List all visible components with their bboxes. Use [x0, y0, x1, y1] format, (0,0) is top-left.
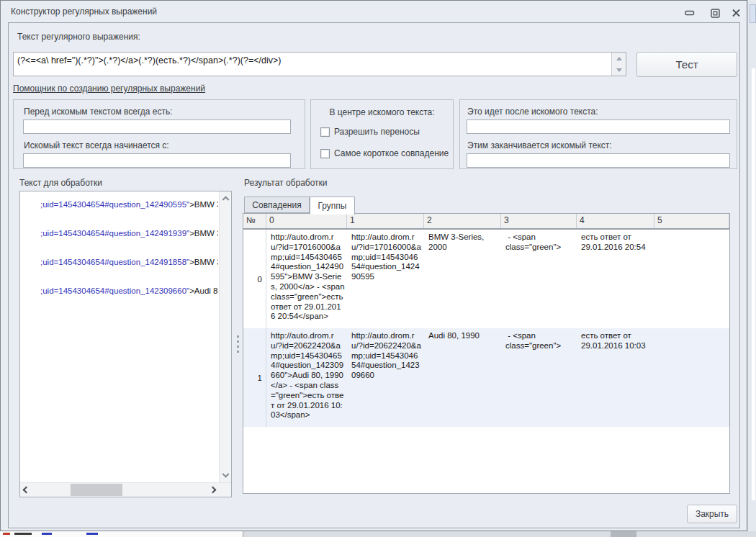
column-header-5[interactable]: 5 [654, 214, 729, 228]
helper-center-groupbox: В центре искомого текста: Разрешить пере… [310, 99, 454, 169]
cell-group-0: http://auto.drom.ru/?id=17016000&amp;uid… [266, 230, 347, 328]
close-window-button[interactable] [726, 7, 745, 19]
regex-spinner [611, 53, 626, 76]
column-header-3[interactable]: 3 [501, 214, 577, 228]
close-button[interactable]: Закрыть [687, 505, 737, 523]
scroll-left-button[interactable] [20, 483, 32, 497]
vertical-scrollbar[interactable] [219, 191, 231, 482]
table-header-row: № 0 1 2 3 4 5 [243, 214, 729, 230]
scroll-right-button[interactable] [207, 483, 219, 497]
chevron-down-icon [222, 471, 230, 478]
column-header-2[interactable]: 2 [424, 214, 501, 228]
arrow-down-icon [616, 68, 622, 72]
chevron-right-icon [210, 487, 217, 494]
source-line-url: ;uid=1454304654#question_142491858" [40, 258, 189, 266]
tab-groups[interactable]: Группы [310, 197, 355, 215]
cell-group-5 [654, 328, 729, 427]
client-area: Текст регулярного выражения: (?<=<a\ hre… [8, 22, 740, 528]
source-line: ;uid=1454304654#question_142491939">BMW … [21, 227, 218, 256]
cell-group-0: http://auto.drom.ru/?id=20622420&amp;uid… [266, 328, 347, 427]
source-line: ;uid=1454304654#question_142491858">BMW … [21, 256, 218, 284]
scroll-up-button[interactable] [220, 191, 232, 204]
test-button[interactable]: Тест [636, 52, 737, 77]
minimize-icon [685, 9, 695, 17]
shortest-match-checkbox-row: Самое короткое совпадение [320, 148, 449, 158]
helper-link[interactable]: Помощник по созданию регулярных выражени… [13, 84, 205, 94]
background-window-fragment [750, 4, 756, 23]
column-header-4[interactable]: 4 [577, 214, 654, 228]
allow-wraps-checkbox-row: Разрешить переносы [320, 127, 420, 137]
source-text-panel: ;uid=1454304654#question_142490595">BMW … [19, 191, 232, 497]
result-label: Результат обработки [244, 178, 328, 188]
splitter-grip-dot [237, 335, 239, 338]
after-text-input[interactable] [467, 119, 730, 134]
source-line-url: ;uid=1454304654#question_142491939" [40, 229, 189, 238]
background-window-bottom-strip [0, 531, 756, 537]
close-icon [732, 9, 741, 17]
regex-input[interactable]: (?<=<a\ href=")(.*?)">(.*?)</a>(.*?)(ест… [13, 52, 626, 76]
regex-label: Текст регулярного выражения: [17, 32, 140, 42]
groups-table: № 0 1 2 3 4 5 0 http://auto.drom.ru/?id=… [243, 213, 730, 494]
helper-after-groupbox: Это идет после искомого текста: Этим зак… [459, 99, 737, 169]
cell-group-4: есть ответ от 29.01.2016 20:54 [577, 230, 654, 328]
background-window-fragment [0, 531, 243, 537]
maximize-icon [711, 9, 720, 18]
cell-group-3: - <span class="green"> [501, 328, 577, 427]
background-text-fragment [3, 533, 10, 535]
title-bar[interactable]: Конструктор регулярных выражений [1, 1, 747, 22]
starts-with-input[interactable] [23, 153, 291, 168]
ends-with-label: Этим заканчивается искомый текст: [467, 140, 612, 150]
regex-value: (?<=<a\ href=")(.*?)">(.*?)</a>(.*?)(ест… [17, 55, 608, 66]
background-text-fragment [14, 533, 32, 535]
before-text-input[interactable] [23, 119, 291, 134]
shortest-match-checkbox[interactable] [320, 149, 330, 158]
background-scrollbar-fragment [611, 531, 636, 537]
source-line-text: >BMW 3- [189, 229, 218, 238]
row-number: 0 [243, 230, 266, 328]
source-line-text: >Audi 80, [189, 286, 218, 295]
maximize-button[interactable] [706, 7, 724, 19]
source-line-text: >BMW 3- [189, 200, 218, 209]
horizontal-scrollbar[interactable] [20, 482, 231, 497]
scroll-down-button[interactable] [220, 470, 232, 482]
horizontal-scroll-thumb[interactable] [71, 484, 122, 496]
ends-with-input[interactable] [467, 153, 730, 168]
source-line: ;uid=1454304654#question_142490595">BMW … [21, 198, 218, 227]
cell-group-5 [654, 230, 729, 328]
background-window-fragment [752, 68, 755, 500]
table-row[interactable]: 1 http://auto.drom.ru/?id=20622420&amp;u… [243, 328, 729, 427]
column-header-0[interactable]: 0 [266, 214, 347, 228]
helper-before-groupbox: Перед искомым текстом всегда есть: Иском… [13, 99, 305, 169]
background-text-fragment [86, 533, 98, 535]
window-title: Конструктор регулярных выражений [11, 6, 157, 17]
chevron-up-icon [222, 196, 230, 203]
source-line-url: ;uid=1454304654#question_142309660" [40, 286, 189, 295]
source-line-url: ;uid=1454304654#question_142490595" [40, 200, 189, 209]
spinner-up-button[interactable] [612, 53, 626, 64]
before-text-label: Перед искомым текстом всегда есть: [24, 107, 173, 117]
cell-group-1: http://auto.drom.ru/?id=17016000&amp;uid… [347, 230, 424, 328]
splitter-grip-dot [237, 340, 239, 343]
source-text-label: Текст для обработки [19, 178, 102, 188]
arrow-up-icon [616, 57, 622, 60]
splitter-grip-dot [237, 346, 239, 348]
regex-constructor-dialog: Конструктор регулярных выражений Текст р… [0, 0, 747, 531]
minimize-button[interactable] [680, 7, 699, 19]
center-text-label: В центре искомого текста: [311, 107, 453, 117]
allow-wraps-checkbox[interactable] [320, 127, 330, 137]
spinner-down-button[interactable] [612, 64, 626, 76]
cell-group-1: http://auto.drom.ru/?id=20622420&amp;uid… [347, 328, 424, 427]
tab-matches[interactable]: Совпадения [244, 197, 310, 213]
allow-wraps-label: Разрешить переносы [334, 127, 420, 137]
background-text-fragment [42, 533, 52, 535]
source-textbox[interactable]: ;uid=1454304654#question_142490595">BMW … [21, 192, 218, 482]
table-row[interactable]: 0 http://auto.drom.ru/?id=17016000&amp;u… [243, 230, 729, 328]
panel-splitter[interactable] [233, 191, 243, 497]
cell-group-2: Audi 80, 1990 [424, 328, 501, 427]
row-number: 1 [243, 328, 266, 427]
column-header-1[interactable]: 1 [347, 214, 424, 228]
starts-with-label: Искомый текст всегда начинается с: [24, 140, 169, 150]
splitter-grip-dot [237, 351, 239, 353]
column-header-num[interactable]: № [243, 214, 266, 228]
cell-group-3: - <span class="green"> [501, 230, 577, 328]
